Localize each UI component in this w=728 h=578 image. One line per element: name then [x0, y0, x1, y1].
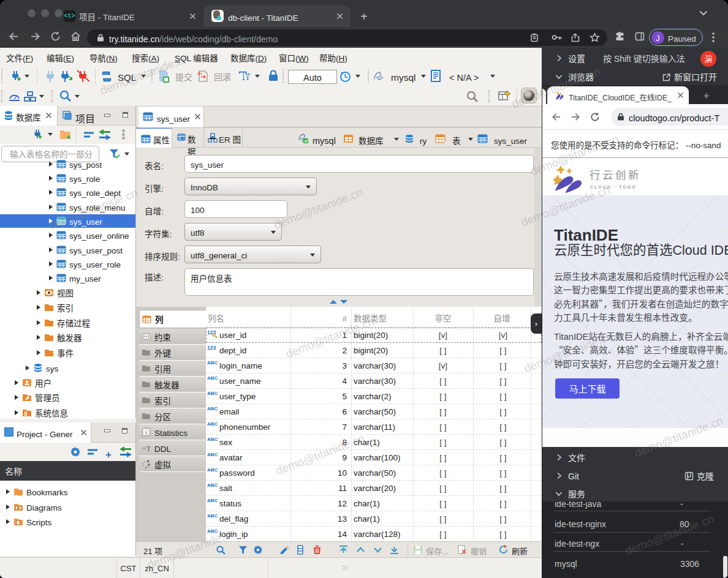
svg-text:‹›: ‹›: [142, 445, 146, 451]
svg-text:T: T: [146, 445, 151, 452]
